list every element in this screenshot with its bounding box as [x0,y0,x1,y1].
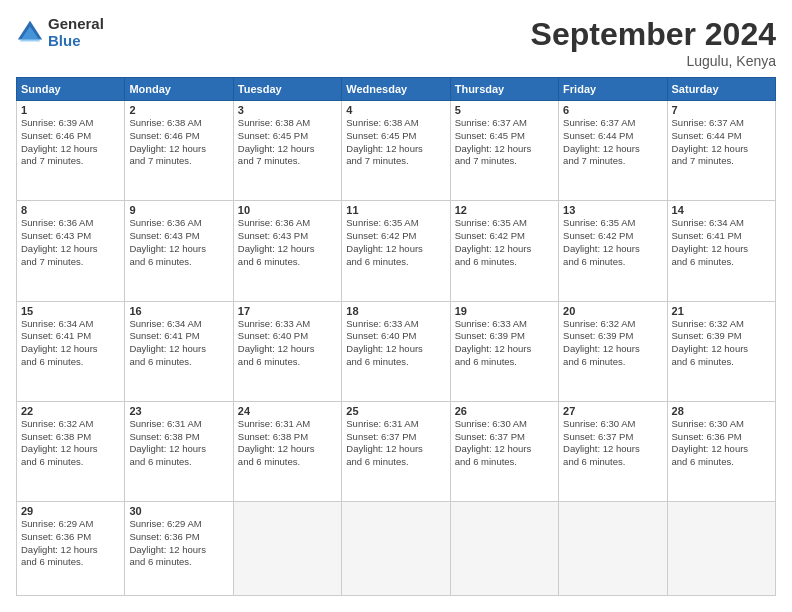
day-info: Sunrise: 6:35 AM Sunset: 6:42 PM Dayligh… [346,217,445,268]
day-number: 7 [672,104,771,116]
day-info: Sunrise: 6:31 AM Sunset: 6:38 PM Dayligh… [129,418,228,469]
day-number: 20 [563,305,662,317]
day-info: Sunrise: 6:29 AM Sunset: 6:36 PM Dayligh… [129,518,228,569]
table-row: 9Sunrise: 6:36 AM Sunset: 6:43 PM Daylig… [125,201,233,301]
logo-icon [16,19,44,47]
table-row: 17Sunrise: 6:33 AM Sunset: 6:40 PM Dayli… [233,301,341,401]
day-info: Sunrise: 6:31 AM Sunset: 6:37 PM Dayligh… [346,418,445,469]
table-row: 11Sunrise: 6:35 AM Sunset: 6:42 PM Dayli… [342,201,450,301]
day-info: Sunrise: 6:30 AM Sunset: 6:37 PM Dayligh… [563,418,662,469]
table-row: 10Sunrise: 6:36 AM Sunset: 6:43 PM Dayli… [233,201,341,301]
day-number: 1 [21,104,120,116]
day-info: Sunrise: 6:35 AM Sunset: 6:42 PM Dayligh… [455,217,554,268]
table-row: 2Sunrise: 6:38 AM Sunset: 6:46 PM Daylig… [125,101,233,201]
week-row-4: 22Sunrise: 6:32 AM Sunset: 6:38 PM Dayli… [17,401,776,501]
day-info: Sunrise: 6:32 AM Sunset: 6:39 PM Dayligh… [672,318,771,369]
table-row: 29Sunrise: 6:29 AM Sunset: 6:36 PM Dayli… [17,502,125,596]
day-number: 3 [238,104,337,116]
table-row [233,502,341,596]
table-row: 25Sunrise: 6:31 AM Sunset: 6:37 PM Dayli… [342,401,450,501]
table-row: 28Sunrise: 6:30 AM Sunset: 6:36 PM Dayli… [667,401,775,501]
day-number: 16 [129,305,228,317]
location: Lugulu, Kenya [531,53,776,69]
page: General Blue September 2024 Lugulu, Keny… [0,0,792,612]
day-info: Sunrise: 6:33 AM Sunset: 6:40 PM Dayligh… [346,318,445,369]
day-number: 14 [672,204,771,216]
month-title: September 2024 [531,16,776,53]
day-number: 15 [21,305,120,317]
table-row: 12Sunrise: 6:35 AM Sunset: 6:42 PM Dayli… [450,201,558,301]
day-number: 12 [455,204,554,216]
day-number: 28 [672,405,771,417]
day-info: Sunrise: 6:34 AM Sunset: 6:41 PM Dayligh… [21,318,120,369]
day-number: 13 [563,204,662,216]
col-sunday: Sunday [17,78,125,101]
day-info: Sunrise: 6:36 AM Sunset: 6:43 PM Dayligh… [129,217,228,268]
day-info: Sunrise: 6:38 AM Sunset: 6:46 PM Dayligh… [129,117,228,168]
day-number: 26 [455,405,554,417]
table-row: 5Sunrise: 6:37 AM Sunset: 6:45 PM Daylig… [450,101,558,201]
table-row: 24Sunrise: 6:31 AM Sunset: 6:38 PM Dayli… [233,401,341,501]
col-saturday: Saturday [667,78,775,101]
day-info: Sunrise: 6:39 AM Sunset: 6:46 PM Dayligh… [21,117,120,168]
day-info: Sunrise: 6:33 AM Sunset: 6:40 PM Dayligh… [238,318,337,369]
table-row [450,502,558,596]
table-row: 15Sunrise: 6:34 AM Sunset: 6:41 PM Dayli… [17,301,125,401]
logo-blue-text: Blue [48,33,104,50]
day-number: 29 [21,505,120,517]
day-number: 22 [21,405,120,417]
day-info: Sunrise: 6:31 AM Sunset: 6:38 PM Dayligh… [238,418,337,469]
day-number: 25 [346,405,445,417]
header-row: Sunday Monday Tuesday Wednesday Thursday… [17,78,776,101]
table-row: 16Sunrise: 6:34 AM Sunset: 6:41 PM Dayli… [125,301,233,401]
table-row: 7Sunrise: 6:37 AM Sunset: 6:44 PM Daylig… [667,101,775,201]
table-row: 8Sunrise: 6:36 AM Sunset: 6:43 PM Daylig… [17,201,125,301]
day-number: 4 [346,104,445,116]
day-info: Sunrise: 6:34 AM Sunset: 6:41 PM Dayligh… [129,318,228,369]
logo: General Blue [16,16,104,49]
day-number: 24 [238,405,337,417]
day-number: 19 [455,305,554,317]
table-row: 30Sunrise: 6:29 AM Sunset: 6:36 PM Dayli… [125,502,233,596]
col-monday: Monday [125,78,233,101]
table-row [342,502,450,596]
col-wednesday: Wednesday [342,78,450,101]
day-number: 5 [455,104,554,116]
col-thursday: Thursday [450,78,558,101]
day-number: 27 [563,405,662,417]
table-row: 18Sunrise: 6:33 AM Sunset: 6:40 PM Dayli… [342,301,450,401]
day-info: Sunrise: 6:30 AM Sunset: 6:36 PM Dayligh… [672,418,771,469]
day-number: 21 [672,305,771,317]
title-block: September 2024 Lugulu, Kenya [531,16,776,69]
day-number: 30 [129,505,228,517]
col-friday: Friday [559,78,667,101]
table-row: 19Sunrise: 6:33 AM Sunset: 6:39 PM Dayli… [450,301,558,401]
day-info: Sunrise: 6:38 AM Sunset: 6:45 PM Dayligh… [346,117,445,168]
day-info: Sunrise: 6:30 AM Sunset: 6:37 PM Dayligh… [455,418,554,469]
day-info: Sunrise: 6:37 AM Sunset: 6:44 PM Dayligh… [563,117,662,168]
day-info: Sunrise: 6:33 AM Sunset: 6:39 PM Dayligh… [455,318,554,369]
table-row: 20Sunrise: 6:32 AM Sunset: 6:39 PM Dayli… [559,301,667,401]
table-row: 14Sunrise: 6:34 AM Sunset: 6:41 PM Dayli… [667,201,775,301]
day-info: Sunrise: 6:37 AM Sunset: 6:44 PM Dayligh… [672,117,771,168]
day-number: 23 [129,405,228,417]
day-number: 18 [346,305,445,317]
week-row-1: 1Sunrise: 6:39 AM Sunset: 6:46 PM Daylig… [17,101,776,201]
day-info: Sunrise: 6:35 AM Sunset: 6:42 PM Dayligh… [563,217,662,268]
day-number: 17 [238,305,337,317]
day-number: 11 [346,204,445,216]
table-row [667,502,775,596]
table-row: 13Sunrise: 6:35 AM Sunset: 6:42 PM Dayli… [559,201,667,301]
table-row: 21Sunrise: 6:32 AM Sunset: 6:39 PM Dayli… [667,301,775,401]
day-number: 6 [563,104,662,116]
week-row-2: 8Sunrise: 6:36 AM Sunset: 6:43 PM Daylig… [17,201,776,301]
day-info: Sunrise: 6:34 AM Sunset: 6:41 PM Dayligh… [672,217,771,268]
day-number: 10 [238,204,337,216]
day-number: 8 [21,204,120,216]
table-row: 26Sunrise: 6:30 AM Sunset: 6:37 PM Dayli… [450,401,558,501]
day-number: 2 [129,104,228,116]
table-row: 3Sunrise: 6:38 AM Sunset: 6:45 PM Daylig… [233,101,341,201]
logo-text: General Blue [48,16,104,49]
day-info: Sunrise: 6:32 AM Sunset: 6:38 PM Dayligh… [21,418,120,469]
table-row: 27Sunrise: 6:30 AM Sunset: 6:37 PM Dayli… [559,401,667,501]
